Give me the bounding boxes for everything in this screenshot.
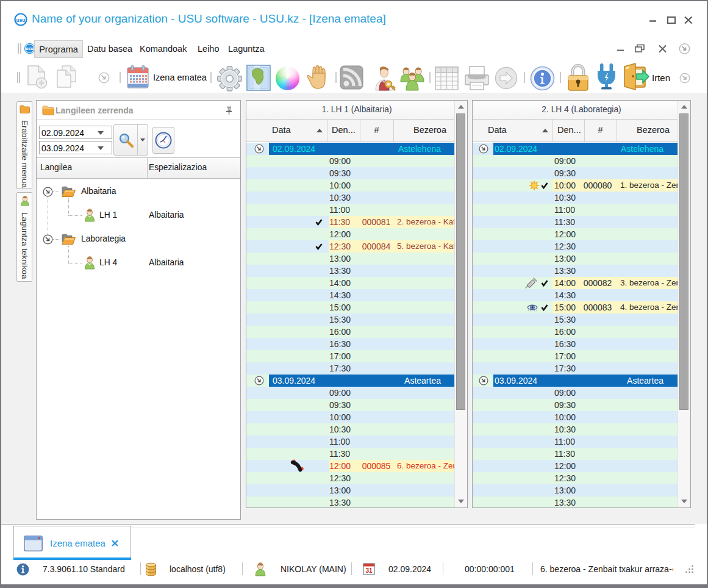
svg-text:usu: usu [16,17,25,23]
svg-text:31: 31 [365,567,373,574]
svg-text:usu: usu [26,46,33,51]
